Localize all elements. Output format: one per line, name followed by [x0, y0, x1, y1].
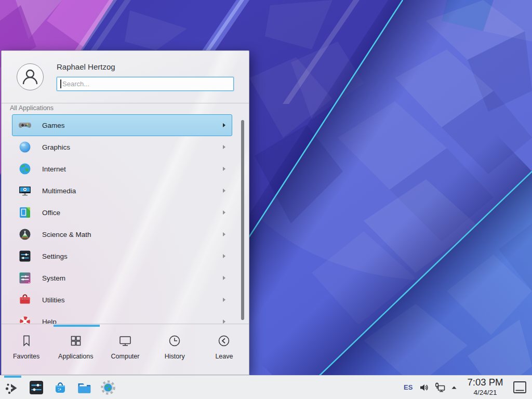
category-row-science-math[interactable]: Science & Math — [12, 223, 232, 245]
scrollbar[interactable] — [241, 120, 244, 320]
settings-sliders-icon — [18, 249, 32, 263]
category-label: Multimedia — [42, 187, 76, 195]
tabbar-divider — [2, 324, 249, 324]
digital-clock[interactable]: 7:03 PM 4/24/21 — [462, 377, 508, 397]
category-row-internet[interactable]: Internet — [12, 158, 232, 180]
user-icon — [20, 66, 41, 87]
tab-computer[interactable]: Computer — [100, 329, 150, 375]
tab-label: Computer — [111, 353, 140, 360]
submenu-arrow-icon — [223, 320, 225, 324]
monitor-icon — [118, 334, 132, 348]
clock-icon — [167, 334, 182, 348]
multimedia-monitor-icon — [18, 184, 32, 197]
kde-launcher-icon — [4, 380, 21, 396]
footer-tabbar: Favorites Applications Computer — [2, 329, 249, 375]
submenu-arrow-icon — [223, 298, 225, 302]
bookmark-icon — [19, 334, 34, 348]
app-launcher-button[interactable] — [1, 376, 24, 399]
category-row-settings[interactable]: Settings — [12, 245, 232, 267]
category-row-help[interactable]: Help — [12, 311, 232, 324]
submenu-arrow-icon — [223, 232, 225, 236]
active-tab-indicator — [54, 325, 100, 327]
category-label: Settings — [42, 252, 68, 260]
category-label: Utilities — [42, 296, 65, 304]
tab-label: Applications — [58, 353, 93, 360]
search-field-wrap — [57, 77, 234, 91]
tab-label: History — [165, 353, 185, 360]
graphics-sphere-icon — [18, 140, 32, 154]
system-sliders-icon — [18, 271, 32, 285]
science-flask-icon — [18, 228, 32, 241]
category-label: Help — [42, 318, 57, 324]
category-row-system[interactable]: System — [12, 267, 232, 289]
discover-store-icon[interactable] — [52, 379, 69, 396]
category-row-utilities[interactable]: Utilities — [12, 289, 232, 311]
tab-label: Leave — [215, 353, 233, 360]
category-label: Internet — [42, 165, 66, 173]
keyboard-layout-indicator[interactable]: ES — [404, 383, 413, 391]
clock-date: 4/24/21 — [462, 388, 508, 397]
submenu-arrow-icon — [223, 145, 225, 149]
taskbar-panel: ES 7:03 PM 4/24/21 — [0, 375, 532, 399]
tab-favorites[interactable]: Favorites — [2, 329, 51, 375]
section-label: All Applications — [10, 104, 54, 112]
submenu-arrow-icon — [223, 210, 225, 215]
tab-label: Favorites — [13, 353, 39, 360]
category-label: System — [42, 274, 65, 282]
header-divider — [2, 103, 249, 103]
tab-history[interactable]: History — [150, 329, 200, 375]
web-browser-globe-gear-icon[interactable] — [100, 379, 116, 396]
category-label: Office — [42, 209, 60, 217]
tab-applications[interactable]: Applications — [51, 329, 100, 375]
system-settings-icon[interactable] — [28, 379, 45, 396]
submenu-arrow-icon — [223, 254, 225, 258]
network-wired-icon[interactable] — [434, 382, 446, 395]
category-label: Graphics — [42, 143, 70, 151]
office-document-icon — [18, 206, 32, 219]
file-manager-folder-icon[interactable] — [76, 379, 92, 396]
globe-icon — [18, 162, 32, 176]
tab-leave[interactable]: Leave — [200, 329, 249, 375]
user-avatar[interactable] — [17, 63, 44, 90]
category-row-multimedia[interactable]: Multimedia — [12, 180, 232, 202]
category-row-office[interactable]: Office — [12, 202, 232, 223]
clock-time: 7:03 PM — [462, 377, 508, 388]
tray-expander-caret-icon[interactable] — [450, 384, 458, 393]
submenu-arrow-icon — [223, 189, 225, 193]
volume-icon[interactable] — [419, 382, 429, 395]
leave-icon — [217, 334, 231, 348]
user-name: Raphael Hertzog — [57, 62, 115, 71]
submenu-arrow-icon — [223, 276, 225, 280]
submenu-arrow-icon — [223, 167, 225, 171]
application-launcher-popup: Raphael Hertzog All Applications Games — [1, 50, 249, 375]
show-desktop-button[interactable] — [513, 381, 527, 394]
search-input[interactable] — [57, 77, 234, 91]
category-row-games[interactable]: Games — [12, 114, 232, 136]
category-label: Games — [42, 122, 65, 129]
text-caret — [60, 79, 61, 88]
submenu-arrow-icon — [223, 123, 225, 127]
category-row-graphics[interactable]: Graphics — [12, 136, 232, 158]
grid-icon — [69, 334, 83, 348]
gamepad-icon — [18, 118, 32, 132]
help-lifering-icon — [18, 315, 32, 324]
category-list: Games Graphics — [12, 114, 232, 324]
active-task-indicator — [4, 376, 21, 378]
category-label: Science & Math — [42, 231, 91, 238]
toolbox-icon — [18, 293, 32, 307]
